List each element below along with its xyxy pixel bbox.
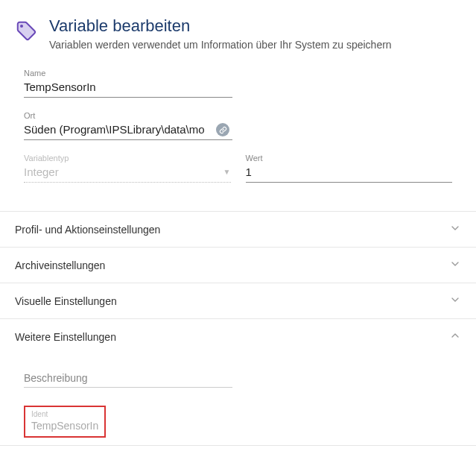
accordion-header-visuell[interactable]: Visuelle Einstellungen xyxy=(0,283,476,318)
page-header: Variable bearbeiten Variablen werden ver… xyxy=(0,0,476,69)
accordion: Profil- und Aktionseinstellungen Archive… xyxy=(0,211,476,446)
variablentyp-value: Integer xyxy=(24,166,59,178)
chevron-down-icon xyxy=(449,258,461,272)
ort-link-icon[interactable] xyxy=(216,123,229,136)
name-label: Name xyxy=(24,69,232,78)
variablentyp-label: Variablentyp xyxy=(24,154,231,163)
accordion-label: Archiveinstellungen xyxy=(15,259,105,271)
variablentyp-field: Variablentyp Integer ▼ xyxy=(24,154,231,183)
chevron-down-icon xyxy=(449,222,461,236)
wert-input[interactable] xyxy=(246,164,453,183)
tag-icon xyxy=(15,19,37,44)
ident-label: Ident xyxy=(31,410,98,418)
page-title: Variable bearbeiten xyxy=(49,16,392,36)
accordion-label: Visuelle Einstellungen xyxy=(15,295,117,307)
chevron-up-icon xyxy=(449,330,461,344)
form-area: Name Ort Variablentyp Integer ▼ Wert xyxy=(0,69,476,211)
ort-input[interactable] xyxy=(24,122,232,140)
name-input[interactable] xyxy=(24,79,232,98)
name-field[interactable]: Name xyxy=(24,69,232,98)
chevron-down-icon xyxy=(449,294,461,308)
dropdown-arrow-icon: ▼ xyxy=(223,168,231,176)
ident-value: TempSensorIn xyxy=(31,420,98,432)
accordion-header-weitere[interactable]: Weitere Einstellungen xyxy=(0,319,476,354)
accordion-label: Profil- und Aktionseinstellungen xyxy=(15,224,160,236)
accordion-weitere: Weitere Einstellungen Beschreibung Ident… xyxy=(0,319,476,446)
accordion-header-profil[interactable]: Profil- und Aktionseinstellungen xyxy=(0,212,476,247)
ident-field-highlighted[interactable]: Ident TempSensorIn xyxy=(24,406,106,438)
beschreibung-field[interactable]: Beschreibung xyxy=(24,372,232,388)
accordion-archiv: Archiveinstellungen xyxy=(0,248,476,283)
page-subtitle: Variablen werden verwendet um Informatio… xyxy=(49,39,392,51)
ort-label: Ort xyxy=(24,111,232,120)
ort-field[interactable]: Ort xyxy=(24,111,232,140)
svg-point-0 xyxy=(20,25,23,28)
accordion-profil: Profil- und Aktionseinstellungen xyxy=(0,212,476,248)
accordion-body-weitere: Beschreibung Ident TempSensorIn xyxy=(0,354,476,445)
accordion-label: Weitere Einstellungen xyxy=(15,331,116,343)
accordion-header-archiv[interactable]: Archiveinstellungen xyxy=(0,248,476,283)
wert-label: Wert xyxy=(246,154,453,163)
wert-field[interactable]: Wert xyxy=(246,154,453,183)
accordion-visuell: Visuelle Einstellungen xyxy=(0,283,476,319)
